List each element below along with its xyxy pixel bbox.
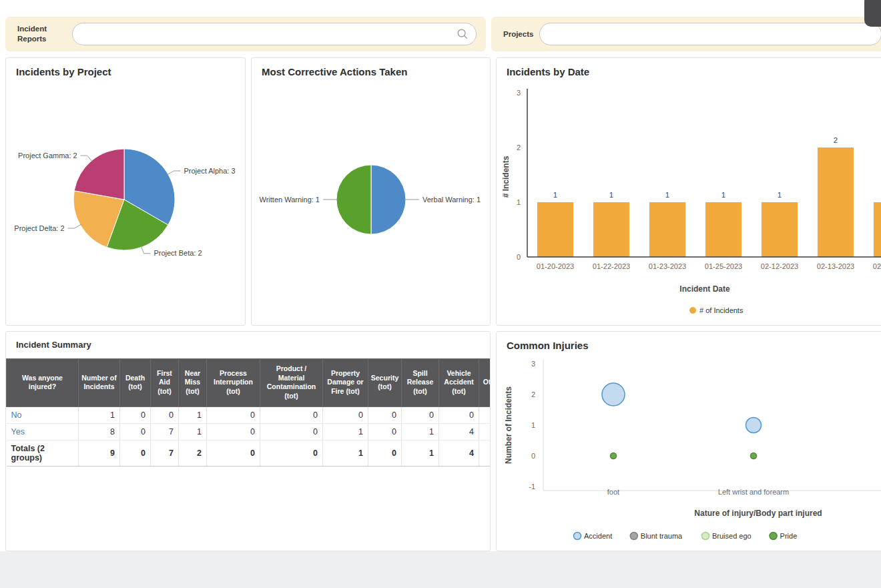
- incident-reports-filter-bar: Incident Reports: [5, 17, 486, 51]
- incidents-by-project-panel: Incidents by Project Project Alpha: 3Pro…: [5, 57, 246, 326]
- y-axis-title: # Incidents: [501, 156, 511, 198]
- corner-widget[interactable]: [864, 0, 881, 27]
- cell: [479, 406, 491, 423]
- common-injuries-title: Common Injuries: [497, 332, 881, 351]
- pie-leader-line: [167, 171, 180, 175]
- cell: [479, 423, 491, 440]
- common-injuries-panel: Common Injuries -10123footLeft wrist and…: [496, 331, 881, 551]
- pie-slice-label: Project Delta: 2: [14, 224, 64, 232]
- bar: [593, 202, 629, 257]
- x-axis-title: Incident Date: [679, 284, 730, 294]
- cell: 0: [368, 440, 402, 466]
- projects-filter-label: Projects: [503, 29, 543, 39]
- bar: [818, 148, 854, 257]
- cell: 0: [207, 440, 260, 466]
- column-header: Death (tot): [120, 359, 151, 407]
- legend-swatch: [770, 533, 777, 540]
- column-header: Spill Release (tot): [402, 359, 439, 407]
- cell: 0: [120, 440, 151, 466]
- legend-swatch: [702, 533, 709, 540]
- incident-reports-filter-label: Incident Reports: [17, 24, 57, 44]
- bar: [537, 202, 573, 257]
- row-label-cell: No: [7, 406, 79, 423]
- cell: 0: [402, 406, 439, 423]
- y-tick-label: 0: [517, 253, 521, 261]
- legend-label: Blunt trauma: [641, 532, 683, 540]
- incident-summary-table-wrap: Was anyone injured?Number of IncidentsDe…: [6, 358, 490, 467]
- incidents-by-project-pie-chart: Project Alpha: 3Project Beta: 2Project D…: [6, 77, 246, 325]
- incident-reports-search: [72, 23, 477, 45]
- incidents-by-date-title: Incidents by Date: [497, 58, 881, 77]
- row-label-link[interactable]: Yes: [11, 427, 25, 436]
- x-category-label: foot: [607, 488, 619, 496]
- row-label-link[interactable]: No: [11, 410, 22, 420]
- cell: 1: [179, 423, 207, 440]
- x-axis-title: Nature of injury/Body part injured: [694, 509, 822, 518]
- column-header: Security (tot): [368, 359, 402, 407]
- legend-swatch: [630, 533, 637, 540]
- pie-slice: [336, 165, 371, 234]
- corrective-actions-pie-chart: Verbal Warning: 1Written Warning: 1: [252, 77, 491, 325]
- y-tick-label: 2: [531, 390, 535, 398]
- column-header: First Aid (tot): [151, 359, 179, 407]
- projects-search-input[interactable]: [539, 23, 881, 45]
- cell: 0: [207, 423, 260, 440]
- legend-label: # of Incidents: [699, 306, 744, 314]
- y-tick-label: 3: [531, 360, 535, 368]
- bubble: [611, 453, 617, 459]
- x-category-label: Left wrist and forearm: [718, 488, 789, 496]
- cell: 0: [368, 423, 402, 440]
- corrective-actions-panel: Most Corrective Actions Taken Verbal War…: [251, 57, 491, 326]
- cell: 4: [439, 440, 479, 466]
- cell: 0: [120, 423, 151, 440]
- cell: 0: [260, 406, 323, 423]
- legend-swatch: [689, 307, 696, 314]
- cell: 0: [323, 406, 368, 423]
- bar-value-label: 1: [553, 191, 557, 199]
- column-header: Number of Incidents: [79, 359, 120, 407]
- incident-summary-panel: Incident Summary Was anyone injured?Numb…: [5, 331, 491, 551]
- column-header: Process Interruption (tot): [207, 359, 260, 407]
- cell: 2: [179, 440, 207, 466]
- cell: 0: [260, 440, 323, 466]
- bubble: [751, 453, 757, 459]
- bar-value-label: 1: [609, 191, 613, 199]
- x-category-label: 02-12-2023: [761, 262, 798, 270]
- pie-slice-label: Project Alpha: 3: [184, 167, 235, 175]
- bar: [874, 202, 881, 257]
- y-tick-label: 1: [531, 421, 535, 429]
- y-tick-label: -1: [529, 483, 535, 491]
- x-category-label: 02-13-2023: [817, 262, 854, 270]
- corrective-actions-title: Most Corrective Actions Taken: [252, 58, 490, 77]
- cell: 1: [402, 423, 439, 440]
- projects-filter-bar: Projects: [491, 17, 881, 51]
- cell: 1: [179, 406, 207, 423]
- x-category-label: 01-22-2023: [593, 262, 630, 270]
- pie-slice: [74, 149, 124, 200]
- incident-reports-search-input[interactable]: [72, 23, 477, 45]
- table-row: Yes8071001014: [7, 423, 491, 440]
- incidents-by-date-panel: Incidents by Date 0123101-20-2023101-22-…: [496, 57, 881, 326]
- incident-summary-table: Was anyone injured?Number of IncidentsDe…: [6, 358, 490, 467]
- cell: 7: [151, 440, 179, 466]
- page-bottom-background: [0, 551, 881, 588]
- cell: 9: [79, 440, 120, 466]
- cell: [479, 440, 491, 466]
- legend-label: Pride: [780, 532, 798, 540]
- bar-value-label: 1: [778, 191, 782, 199]
- bar-value-label: 1: [721, 191, 725, 199]
- incidents-by-date-bar-chart: 0123101-20-2023101-22-2023101-23-2023101…: [497, 77, 881, 325]
- pie-slice: [371, 165, 406, 234]
- cell: 0: [120, 406, 151, 423]
- y-axis-title: Number of Incidents: [504, 386, 513, 464]
- table-header-row: Was anyone injured?Number of IncidentsDe…: [7, 359, 491, 407]
- row-label-cell: Totals (2 groups): [7, 440, 79, 466]
- bar: [762, 202, 798, 257]
- pie-slice-label: Project Gamma: 2: [18, 152, 77, 160]
- column-header: Property Damage or Fire (tot): [323, 359, 368, 407]
- cell: 7: [151, 423, 179, 440]
- column-header: Product / Material Contamination (tot): [260, 359, 323, 407]
- pie-slice-label: Verbal Warning: 1: [422, 196, 481, 204]
- column-header: Vehicle Accident (tot): [439, 359, 479, 407]
- incident-summary-title: Incident Summary: [6, 332, 490, 350]
